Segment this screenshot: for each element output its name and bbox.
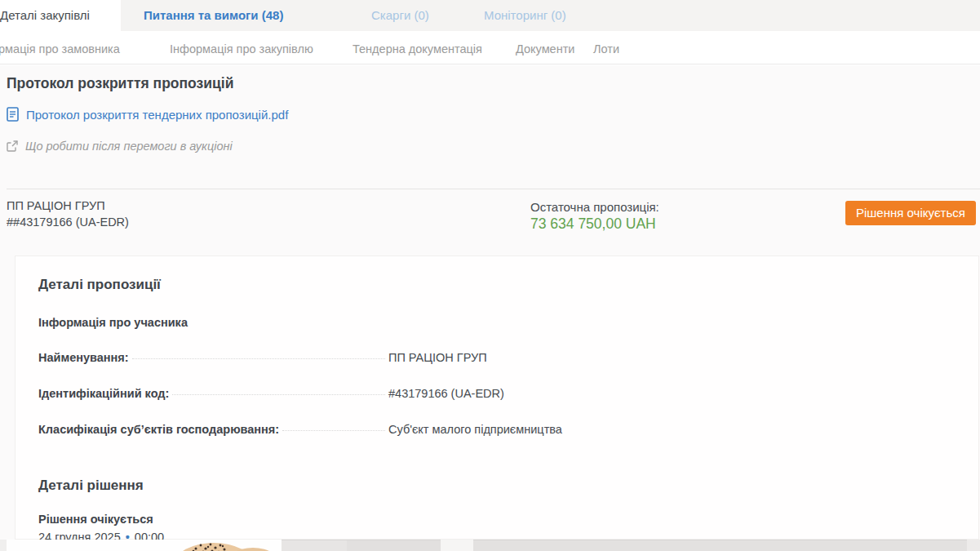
tab-complaints[interactable]: Скарги (0) (371, 0, 429, 31)
detail-row-id-code: Ідентифікаційний код: #43179166 (UA-EDR) (38, 387, 936, 400)
detail-label: Класифікація суб’єктів господарювання: (38, 423, 279, 436)
final-offer-label: Остаточна пропозиція: (530, 200, 659, 214)
participant-info-title: Інформація про учасника (38, 316, 188, 329)
content-panel: Протокол розкриття пропозицій Протокол р… (0, 65, 980, 551)
procurement-page: { "tabs": { "items": [ { "label": "Детал… (0, 0, 980, 551)
subnav-purchase-info[interactable]: Інформація про закупівлю (170, 31, 313, 64)
strip-gray-segment (347, 540, 441, 551)
tab-purchase-details[interactable]: Деталі закупівлі (0, 0, 90, 31)
detail-label: Ідентифікаційний код: (38, 387, 169, 400)
detail-label: Найменування: (38, 351, 129, 364)
section-divider (7, 189, 980, 189)
strip-light-segment (967, 540, 980, 551)
subnav-tender-docs[interactable]: Тендерна документація (353, 31, 482, 64)
subnav-documents[interactable]: Документи (516, 31, 574, 64)
document-icon (7, 107, 19, 122)
final-offer-value: 73 634 750,00 UAH (530, 216, 656, 233)
detail-value: #43179166 (UA-EDR) (388, 387, 504, 400)
strip-edge-segment (0, 540, 7, 551)
dotted-leader (132, 358, 385, 359)
supplier-name: ПП РАЦІОН ГРУП (7, 199, 105, 212)
status-badge: Рішення очікується (845, 201, 976, 225)
detail-value: ПП РАЦІОН ГРУП (388, 351, 487, 364)
proposal-details-card: Деталі пропозиції Інформація про учасник… (15, 256, 979, 540)
strip-light-segment (441, 540, 473, 551)
decision-status: Рішення очікується (38, 513, 153, 526)
protocol-pdf-link[interactable]: Протокол розкриття тендерних пропозицій.… (7, 107, 288, 122)
proposal-details-title: Деталі пропозиції (38, 277, 161, 293)
subnav-lots[interactable]: Лоти (593, 31, 619, 64)
strip-gray-segment (473, 540, 967, 551)
detail-row-classification: Класифікація суб’єктів господарювання: С… (38, 423, 936, 436)
decision-details-title: Деталі рішення (38, 478, 144, 494)
tab-monitoring[interactable]: Моніторинг (0) (484, 0, 566, 31)
protocol-title: Протокол розкриття пропозицій (7, 75, 233, 92)
dotted-leader (172, 394, 385, 395)
external-link-icon (7, 140, 18, 152)
after-win-help-link[interactable]: Що робити після перемоги в аукціоні (7, 140, 233, 153)
strip-gray-segment (282, 540, 347, 551)
cookie-image (173, 541, 283, 551)
supplier-code: ##43179166 (UA-EDR) (7, 216, 129, 229)
protocol-pdf-link-label: Протокол розкриття тендерних пропозицій.… (26, 108, 288, 122)
detail-row-name: Найменування: ПП РАЦІОН ГРУП (38, 351, 936, 364)
main-tabbar: Деталі закупівлі Питання та вимоги (48) … (0, 0, 980, 31)
secondary-nav: Інформація про замовника Інформація про … (0, 31, 980, 64)
after-win-help-label: Що робити після перемоги в аукціоні (25, 140, 233, 153)
tab-questions-requirements[interactable]: Питання та вимоги (48) (144, 0, 283, 31)
subnav-buyer-info[interactable]: Інформація про замовника (0, 31, 120, 64)
dotted-leader (282, 430, 385, 431)
bottom-cutoff-strip (0, 540, 980, 551)
detail-value: Суб'єкт малого підприємництва (388, 423, 562, 436)
